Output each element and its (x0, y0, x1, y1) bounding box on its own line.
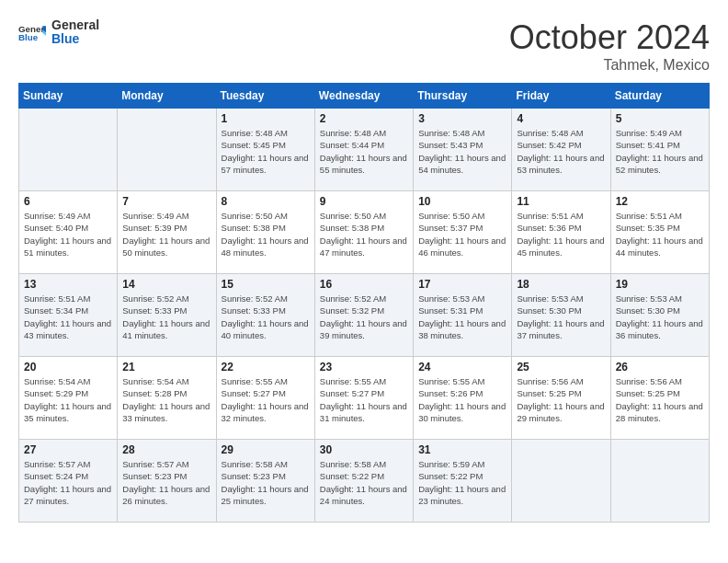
sunset-text: Sunset: 5:42 PM (517, 139, 605, 151)
calendar-cell: 10Sunrise: 5:50 AMSunset: 5:37 PMDayligh… (414, 191, 512, 274)
day-info: Sunrise: 5:55 AMSunset: 5:27 PMDaylight:… (320, 375, 408, 424)
daylight-text: Daylight: 11 hours and 27 minutes. (24, 483, 112, 508)
page-header: General Blue General Blue October 2024 T… (18, 18, 710, 74)
sunset-text: Sunset: 5:23 PM (222, 470, 310, 482)
sunrise-text: Sunrise: 5:56 AM (616, 375, 704, 387)
day-number: 17 (418, 278, 506, 291)
calendar-week-row: 27Sunrise: 5:57 AMSunset: 5:24 PMDayligh… (19, 440, 710, 523)
calendar-cell: 18Sunrise: 5:53 AMSunset: 5:30 PMDayligh… (512, 274, 610, 357)
calendar-week-row: 6Sunrise: 5:49 AMSunset: 5:40 PMDaylight… (19, 191, 710, 274)
title-block: October 2024 Tahmek, Mexico (509, 18, 710, 74)
calendar-cell: 3Sunrise: 5:48 AMSunset: 5:43 PMDaylight… (414, 109, 512, 191)
sunset-text: Sunset: 5:33 PM (222, 304, 310, 316)
sunset-text: Sunset: 5:31 PM (418, 304, 506, 316)
calendar-cell: 30Sunrise: 5:58 AMSunset: 5:22 PMDayligh… (314, 440, 413, 523)
day-number: 30 (320, 443, 408, 456)
calendar-cell (118, 109, 216, 191)
daylight-text: Daylight: 11 hours and 36 minutes. (616, 317, 704, 342)
day-number: 28 (122, 443, 210, 456)
calendar-week-row: 13Sunrise: 5:51 AMSunset: 5:34 PMDayligh… (19, 274, 710, 357)
calendar-cell: 31Sunrise: 5:59 AMSunset: 5:22 PMDayligh… (414, 440, 512, 523)
sunset-text: Sunset: 5:34 PM (24, 304, 112, 316)
calendar-cell: 13Sunrise: 5:51 AMSunset: 5:34 PMDayligh… (19, 274, 118, 357)
sunrise-text: Sunrise: 5:52 AM (122, 293, 210, 304)
sunrise-text: Sunrise: 5:53 AM (418, 293, 506, 304)
sunset-text: Sunset: 5:36 PM (517, 222, 605, 234)
sunset-text: Sunset: 5:45 PM (222, 139, 310, 151)
calendar-cell: 2Sunrise: 5:48 AMSunset: 5:44 PMDaylight… (314, 109, 413, 191)
day-info: Sunrise: 5:58 AMSunset: 5:23 PMDaylight:… (222, 458, 310, 507)
day-info: Sunrise: 5:59 AMSunset: 5:22 PMDaylight:… (418, 458, 506, 507)
day-number: 18 (517, 278, 605, 291)
calendar-week-row: 20Sunrise: 5:54 AMSunset: 5:29 PMDayligh… (19, 357, 710, 440)
calendar-cell: 16Sunrise: 5:52 AMSunset: 5:32 PMDayligh… (314, 274, 413, 357)
daylight-text: Daylight: 11 hours and 51 minutes. (24, 235, 112, 259)
calendar-week-row: 1Sunrise: 5:48 AMSunset: 5:45 PMDaylight… (19, 109, 710, 191)
day-info: Sunrise: 5:48 AMSunset: 5:43 PMDaylight:… (418, 127, 506, 176)
calendar-cell (19, 109, 118, 191)
day-number: 8 (222, 195, 310, 208)
sunset-text: Sunset: 5:28 PM (122, 387, 210, 399)
daylight-text: Daylight: 11 hours and 31 minutes. (320, 400, 408, 425)
calendar-cell: 24Sunrise: 5:55 AMSunset: 5:26 PMDayligh… (414, 357, 512, 440)
sunrise-text: Sunrise: 5:53 AM (517, 293, 605, 304)
daylight-text: Daylight: 11 hours and 44 minutes. (616, 235, 704, 259)
calendar-cell: 27Sunrise: 5:57 AMSunset: 5:24 PMDayligh… (19, 440, 118, 523)
column-header-saturday: Saturday (610, 84, 709, 109)
daylight-text: Daylight: 11 hours and 32 minutes. (222, 400, 310, 425)
day-number: 3 (418, 112, 506, 125)
sunrise-text: Sunrise: 5:52 AM (320, 293, 408, 304)
day-info: Sunrise: 5:50 AMSunset: 5:37 PMDaylight:… (418, 210, 506, 259)
day-number: 12 (616, 195, 704, 208)
sunset-text: Sunset: 5:25 PM (517, 387, 605, 399)
day-info: Sunrise: 5:58 AMSunset: 5:22 PMDaylight:… (320, 458, 408, 507)
sunrise-text: Sunrise: 5:55 AM (320, 375, 408, 387)
sunset-text: Sunset: 5:41 PM (616, 139, 704, 151)
daylight-text: Daylight: 11 hours and 24 minutes. (320, 483, 408, 508)
sunset-text: Sunset: 5:24 PM (24, 470, 112, 482)
daylight-text: Daylight: 11 hours and 26 minutes. (122, 483, 210, 508)
day-info: Sunrise: 5:53 AMSunset: 5:30 PMDaylight:… (517, 293, 605, 341)
day-info: Sunrise: 5:54 AMSunset: 5:28 PMDaylight:… (122, 375, 210, 424)
day-info: Sunrise: 5:48 AMSunset: 5:44 PMDaylight:… (320, 127, 408, 176)
calendar-header-row: SundayMondayTuesdayWednesdayThursdayFrid… (19, 84, 710, 109)
sunrise-text: Sunrise: 5:51 AM (24, 293, 112, 304)
sunset-text: Sunset: 5:38 PM (222, 222, 310, 234)
daylight-text: Daylight: 11 hours and 25 minutes. (222, 483, 310, 508)
column-header-monday: Monday (118, 84, 216, 109)
day-number: 7 (122, 195, 210, 208)
day-info: Sunrise: 5:49 AMSunset: 5:41 PMDaylight:… (616, 127, 704, 176)
calendar-cell: 15Sunrise: 5:52 AMSunset: 5:33 PMDayligh… (216, 274, 314, 357)
day-number: 15 (222, 278, 310, 291)
calendar-cell: 28Sunrise: 5:57 AMSunset: 5:23 PMDayligh… (118, 440, 216, 523)
day-number: 14 (122, 278, 210, 291)
calendar-cell: 26Sunrise: 5:56 AMSunset: 5:25 PMDayligh… (610, 357, 709, 440)
day-info: Sunrise: 5:52 AMSunset: 5:32 PMDaylight:… (320, 293, 408, 341)
calendar-cell: 1Sunrise: 5:48 AMSunset: 5:45 PMDaylight… (216, 109, 314, 191)
sunset-text: Sunset: 5:29 PM (24, 387, 112, 399)
daylight-text: Daylight: 11 hours and 33 minutes. (122, 400, 210, 425)
calendar-cell: 23Sunrise: 5:55 AMSunset: 5:27 PMDayligh… (314, 357, 413, 440)
calendar-cell (512, 440, 610, 523)
day-info: Sunrise: 5:54 AMSunset: 5:29 PMDaylight:… (24, 375, 112, 424)
sunset-text: Sunset: 5:26 PM (418, 387, 506, 399)
sunrise-text: Sunrise: 5:48 AM (222, 127, 310, 139)
day-number: 22 (222, 361, 310, 373)
sunrise-text: Sunrise: 5:59 AM (418, 458, 506, 470)
day-info: Sunrise: 5:55 AMSunset: 5:27 PMDaylight:… (222, 375, 310, 424)
daylight-text: Daylight: 11 hours and 29 minutes. (517, 400, 605, 425)
daylight-text: Daylight: 11 hours and 40 minutes. (222, 317, 310, 342)
sunset-text: Sunset: 5:23 PM (122, 470, 210, 482)
calendar-cell: 20Sunrise: 5:54 AMSunset: 5:29 PMDayligh… (19, 357, 118, 440)
daylight-text: Daylight: 11 hours and 28 minutes. (616, 400, 704, 425)
daylight-text: Daylight: 11 hours and 47 minutes. (320, 235, 408, 259)
daylight-text: Daylight: 11 hours and 52 minutes. (616, 152, 704, 177)
day-number: 16 (320, 278, 408, 291)
sunset-text: Sunset: 5:30 PM (616, 304, 704, 316)
calendar-cell: 9Sunrise: 5:50 AMSunset: 5:38 PMDaylight… (314, 191, 413, 274)
calendar-cell: 25Sunrise: 5:56 AMSunset: 5:25 PMDayligh… (512, 357, 610, 440)
calendar-cell: 4Sunrise: 5:48 AMSunset: 5:42 PMDaylight… (512, 109, 610, 191)
calendar-cell: 8Sunrise: 5:50 AMSunset: 5:38 PMDaylight… (216, 191, 314, 274)
daylight-text: Daylight: 11 hours and 54 minutes. (418, 152, 506, 177)
sunset-text: Sunset: 5:33 PM (122, 304, 210, 316)
